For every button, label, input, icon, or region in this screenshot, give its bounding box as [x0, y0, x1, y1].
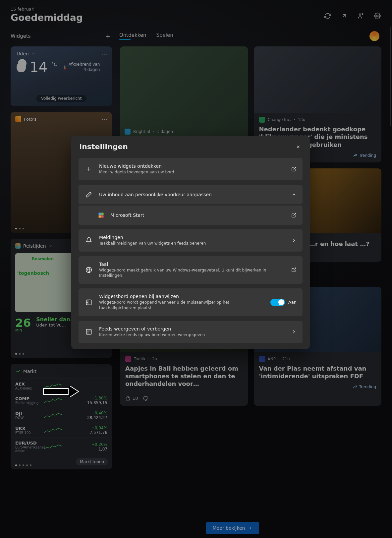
- bell-icon: [84, 236, 93, 245]
- item-desc: Widgets-bord wordt geopend wanneer u de …: [99, 300, 264, 311]
- svg-rect-8: [101, 215, 104, 218]
- settings-modal: Instellingen Nieuwe widgets ontdekken Me…: [71, 136, 310, 349]
- settings-item-feeds[interactable]: Feeds weergeven of verbergen Kiezen welk…: [79, 321, 303, 343]
- item-desc: Taakbalkmeldingen van uw widgets en feed…: [99, 241, 285, 246]
- plus-icon: [84, 165, 93, 173]
- pencil-icon: [84, 190, 93, 199]
- item-title: Nieuwe widgets ontdekken: [99, 163, 285, 169]
- settings-item-open-on-hover: Widgetsbord openen bij aanwijzen Widgets…: [79, 288, 303, 316]
- chevron-right-icon[interactable]: [291, 238, 297, 243]
- item-title: Microsoft Start: [110, 212, 285, 218]
- settings-title: Instellingen: [79, 143, 128, 151]
- open-external-icon[interactable]: [291, 267, 297, 272]
- item-desc: Meer widgets toevoegen aan uw bord: [99, 169, 285, 175]
- item-title: Feeds weergeven of verbergen: [99, 326, 285, 331]
- settings-item-personalize[interactable]: Uw inhoud aan persoonlijke voorkeur aanp…: [79, 185, 303, 204]
- chevron-up-icon[interactable]: [291, 192, 297, 197]
- annotation-arrow: [43, 386, 78, 397]
- item-title: Widgetsbord openen bij aanwijzen: [99, 294, 264, 299]
- board-icon: [84, 298, 93, 307]
- open-external-icon[interactable]: [291, 212, 297, 218]
- toggle-state-label: Aan: [288, 300, 297, 305]
- close-icon: [296, 145, 301, 149]
- svg-rect-6: [101, 212, 104, 215]
- settings-item-microsoft-start[interactable]: Microsoft Start: [79, 206, 303, 225]
- language-icon: [84, 266, 93, 274]
- item-desc: Kiezen welke feeds op uw bord worden wee…: [99, 332, 285, 338]
- item-title: Taal: [99, 262, 285, 267]
- settings-item-discover-widgets[interactable]: Nieuwe widgets ontdekken Meer widgets to…: [79, 158, 303, 180]
- feeds-icon: [84, 328, 93, 336]
- item-desc: Widgets-bord maakt gebruik van uw Window…: [99, 268, 285, 279]
- hover-toggle[interactable]: [270, 299, 285, 306]
- item-title: Meldingen: [99, 235, 285, 240]
- svg-rect-11: [86, 329, 91, 334]
- chevron-right-icon[interactable]: [291, 329, 297, 334]
- settings-item-language[interactable]: Taal Widgets-bord maakt gebruik van uw W…: [79, 256, 303, 284]
- open-external-icon[interactable]: [291, 166, 297, 172]
- ms-start-icon: [98, 211, 104, 219]
- item-title: Uw inhoud aan persoonlijke voorkeur aanp…: [99, 192, 285, 197]
- close-button[interactable]: [295, 143, 302, 150]
- svg-rect-5: [99, 212, 101, 215]
- svg-rect-7: [99, 215, 101, 218]
- settings-item-notifications[interactable]: Meldingen Taakbalkmeldingen van uw widge…: [79, 229, 303, 252]
